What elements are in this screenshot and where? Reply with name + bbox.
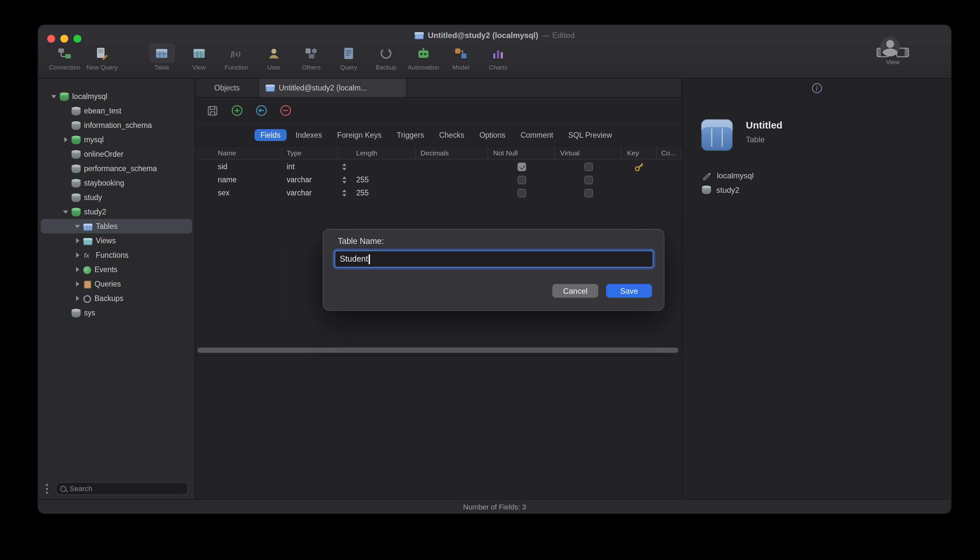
field-comment-cell[interactable] <box>657 173 682 186</box>
toolbar-user-button[interactable]: User <box>255 43 293 71</box>
field-comment-cell[interactable] <box>657 160 682 173</box>
field-length-cell[interactable] <box>338 160 416 173</box>
primary-key-cell[interactable] <box>622 186 657 199</box>
chevron-right-icon[interactable] <box>72 281 83 287</box>
tree-item-queries[interactable]: Queries <box>41 277 192 291</box>
save-button[interactable]: Save <box>606 284 652 298</box>
toolbar-others-button[interactable]: Others <box>293 43 330 71</box>
column-header-name[interactable]: Name <box>195 146 282 159</box>
virtual-checkbox[interactable] <box>584 162 593 171</box>
column-header-type[interactable]: Type <box>282 146 338 159</box>
field-row[interactable]: name varchar 255 <box>195 173 682 186</box>
virtual-checkbox[interactable] <box>584 188 593 197</box>
toolbar-backup-button[interactable]: Backup <box>367 43 405 71</box>
tree-item-events[interactable]: Events <box>41 262 192 277</box>
minimize-window-button[interactable] <box>60 35 68 43</box>
zoom-window-button[interactable] <box>73 35 81 43</box>
field-name-cell[interactable]: name <box>195 173 282 186</box>
tree-item-backups[interactable]: Backups <box>41 291 192 305</box>
tab-comment[interactable]: Comment <box>515 129 559 141</box>
field-type-cell[interactable]: varchar <box>282 186 338 199</box>
close-window-button[interactable] <box>47 35 55 43</box>
field-length-cell[interactable]: 255 <box>338 186 416 199</box>
field-row[interactable]: sid int <box>195 160 682 173</box>
chevron-right-icon[interactable] <box>72 267 83 272</box>
tree-item-performance-schema[interactable]: performance_schema <box>41 161 192 176</box>
field-decimals-cell[interactable] <box>416 186 488 199</box>
toolbar-connection-button[interactable]: Connection <box>46 43 83 71</box>
tree-item-staybooking[interactable]: staybooking <box>41 176 192 190</box>
chevron-right-icon[interactable] <box>72 252 83 258</box>
tree-item-study2[interactable]: study2 <box>41 205 192 219</box>
add-field-button[interactable] <box>230 104 243 117</box>
column-header-decimals[interactable]: Decimals <box>416 146 488 159</box>
toolbar-table-button[interactable]: Table <box>143 43 180 71</box>
toolbar-model-button[interactable]: Model <box>442 43 480 71</box>
toolbar-new-query-button[interactable]: New Query <box>83 43 121 71</box>
toolbar-query-button[interactable]: Query <box>330 43 367 71</box>
column-header-length[interactable]: Length <box>338 146 416 159</box>
primary-key-cell[interactable] <box>622 173 657 186</box>
tree-item-localmysql[interactable]: localmysql <box>41 89 192 103</box>
toolbar-charts-button[interactable]: Charts <box>480 43 517 71</box>
tab-sql-preview[interactable]: SQL Preview <box>562 129 618 141</box>
tab-foreign-keys[interactable]: Foreign Keys <box>331 129 388 141</box>
toolbar-automation-button[interactable]: Automation <box>405 43 442 71</box>
field-row[interactable]: sex varchar 255 <box>195 186 682 199</box>
field-name-cell[interactable]: sid <box>195 160 282 173</box>
column-header-comment[interactable]: Co... <box>657 146 682 159</box>
length-stepper[interactable] <box>342 162 348 171</box>
tab-options[interactable]: Options <box>473 129 511 141</box>
column-header-not-null[interactable]: Not Null <box>488 146 555 159</box>
chevron-right-icon[interactable] <box>72 238 83 243</box>
tree-item-onlineorder[interactable]: onlineOrder <box>41 147 192 161</box>
tree-item-functions[interactable]: Functions <box>41 248 192 262</box>
chevron-down-icon[interactable] <box>48 95 59 98</box>
tree-item-information-schema[interactable]: information_schema <box>41 118 192 132</box>
insert-field-button[interactable] <box>255 104 268 117</box>
length-stepper[interactable] <box>342 188 348 197</box>
tab-table-designer[interactable]: Untitled@study2 (localm... <box>258 79 407 97</box>
tree-item-sys[interactable]: sys <box>41 305 192 320</box>
column-header-virtual[interactable]: Virtual <box>555 146 622 159</box>
table-name-input[interactable]: Student <box>335 250 653 268</box>
delete-field-button[interactable] <box>279 104 292 117</box>
cancel-button[interactable]: Cancel <box>552 284 598 298</box>
save-button[interactable] <box>206 104 219 117</box>
avatar[interactable] <box>880 37 900 57</box>
primary-key-cell[interactable] <box>622 160 657 173</box>
tab-triggers[interactable]: Triggers <box>391 129 430 141</box>
chevron-right-icon[interactable] <box>72 296 83 301</box>
field-length-cell[interactable]: 255 <box>338 173 416 186</box>
tree-item-ebean-test[interactable]: ebean_test <box>41 103 192 118</box>
field-comment-cell[interactable] <box>657 186 682 199</box>
tab-indexes[interactable]: Indexes <box>290 129 328 141</box>
length-stepper[interactable] <box>342 175 348 184</box>
not-null-checkbox[interactable] <box>517 188 526 197</box>
toolbar-function-button[interactable]: f(x) Function <box>218 43 255 71</box>
tab-fields[interactable]: Fields <box>255 129 286 141</box>
virtual-checkbox[interactable] <box>584 175 593 184</box>
field-type-cell[interactable]: varchar <box>282 173 338 186</box>
field-decimals-cell[interactable] <box>416 173 488 186</box>
tab-checks[interactable]: Checks <box>433 129 470 141</box>
field-name-cell[interactable]: sex <box>195 186 282 199</box>
chevron-right-icon[interactable] <box>60 137 71 142</box>
tree-item-views[interactable]: Views <box>41 233 192 248</box>
tree-item-study[interactable]: study <box>41 190 192 205</box>
not-null-checkbox[interactable] <box>517 162 526 171</box>
chevron-down-icon[interactable] <box>60 210 71 213</box>
toolbar-view-button[interactable]: View <box>180 43 218 71</box>
horizontal-scrollbar[interactable] <box>197 348 678 353</box>
search-input[interactable]: Search <box>56 482 188 495</box>
tree-item-tables[interactable]: Tables <box>41 219 192 233</box>
chevron-down-icon[interactable] <box>72 225 83 228</box>
connection-filter-icon[interactable] <box>46 488 48 490</box>
not-null-checkbox[interactable] <box>517 175 526 184</box>
info-icon[interactable]: i <box>812 83 822 93</box>
tree-item-mysql[interactable]: mysql <box>41 132 192 147</box>
column-header-key[interactable]: Key <box>622 146 657 159</box>
field-decimals-cell[interactable] <box>416 160 488 173</box>
tab-objects[interactable]: Objects <box>195 79 258 97</box>
field-type-cell[interactable]: int <box>282 160 338 173</box>
